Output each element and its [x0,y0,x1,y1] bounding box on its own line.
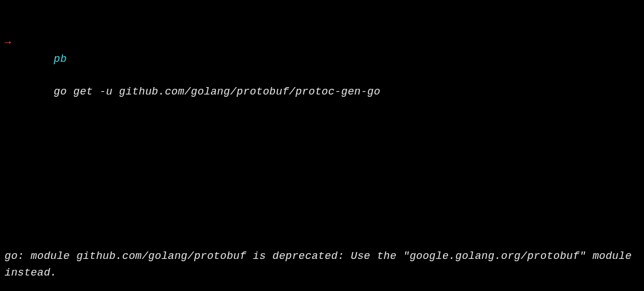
prompt-arrow-icon: → [5,35,11,52]
blank-line [5,199,639,216]
terminal-window[interactable]: → pb go get -u github.com/golang/protobu… [5,2,639,291]
output-line: go: module github.com/golang/protobuf is… [5,249,639,281]
command-line-1: → pb go get -u github.com/golang/protobu… [5,35,639,117]
blank-line [5,150,639,167]
prompt-directory: pb [54,53,67,65]
command-text: go get -u github.com/golang/protobuf/pro… [54,86,380,98]
